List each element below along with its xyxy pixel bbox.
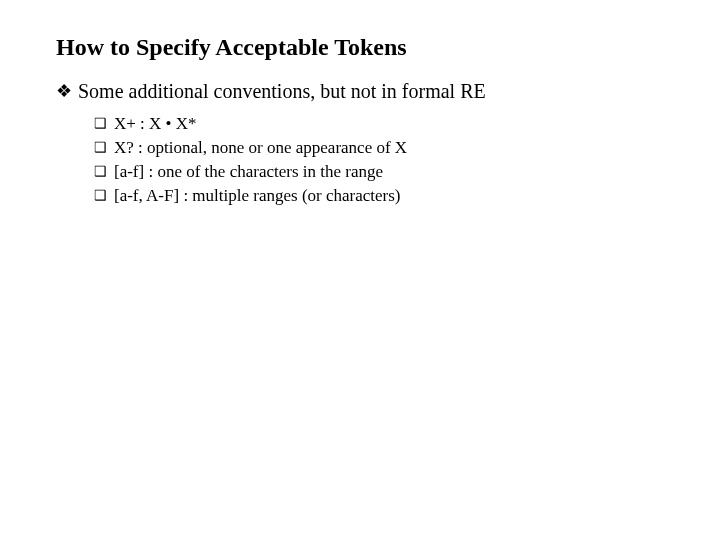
- square-bullet-icon: ❑: [94, 185, 114, 207]
- diamond-bullet-icon: ❖: [56, 79, 78, 103]
- list-item: ❑ X+ : X • X*: [94, 113, 664, 135]
- square-bullet-icon: ❑: [94, 113, 114, 135]
- list-item-text: [a-f, A-F] : multiple ranges (or charact…: [114, 185, 401, 207]
- bullet-level1-text: Some additional conventions, but not in …: [78, 79, 486, 103]
- list-item-text: X? : optional, none or one appearance of…: [114, 137, 407, 159]
- bullet-level2-list: ❑ X+ : X • X* ❑ X? : optional, none or o…: [94, 113, 664, 207]
- slide-title: How to Specify Acceptable Tokens: [56, 34, 664, 61]
- list-item-text: [a-f] : one of the characters in the ran…: [114, 161, 383, 183]
- list-item: ❑ [a-f, A-F] : multiple ranges (or chara…: [94, 185, 664, 207]
- list-item: ❑ X? : optional, none or one appearance …: [94, 137, 664, 159]
- bullet-level1: ❖ Some additional conventions, but not i…: [56, 79, 664, 103]
- list-item-text: X+ : X • X*: [114, 113, 197, 135]
- slide-page: How to Specify Acceptable Tokens ❖ Some …: [0, 0, 720, 243]
- square-bullet-icon: ❑: [94, 161, 114, 183]
- list-item: ❑ [a-f] : one of the characters in the r…: [94, 161, 664, 183]
- square-bullet-icon: ❑: [94, 137, 114, 159]
